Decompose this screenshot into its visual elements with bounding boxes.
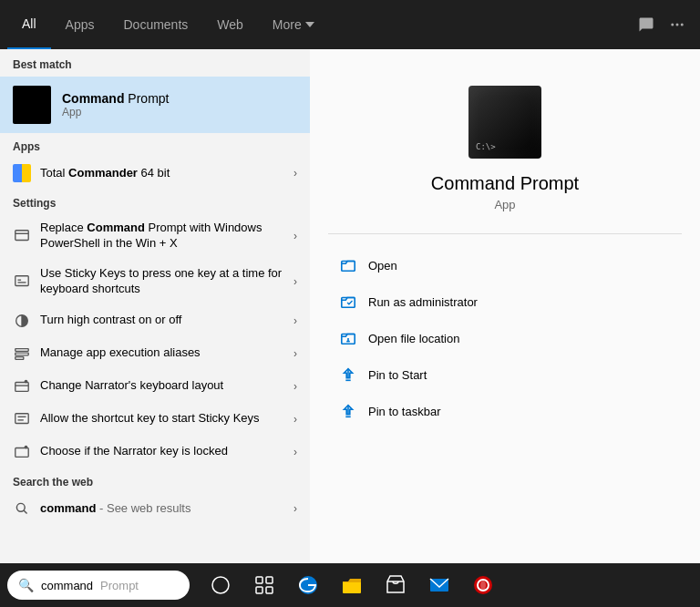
run-admin-icon — [339, 293, 357, 311]
svg-rect-16 — [15, 413, 28, 423]
tab-all[interactable]: All — [7, 0, 51, 49]
web-search-item[interactable]: command - See web results › — [0, 492, 310, 525]
shortcut-sticky-text: Allow the shortcut key to start Sticky K… — [40, 411, 284, 427]
taskbar-search-text: command — [41, 579, 93, 592]
settings-item-narrator-key[interactable]: Choose if the Narrator key is locked › — [0, 436, 310, 468]
best-match-subtitle: App — [62, 106, 169, 118]
action-open-location[interactable]: Open file location — [328, 322, 682, 355]
svg-point-21 — [16, 503, 25, 511]
app-aliases-arrow: › — [293, 347, 297, 360]
sticky-keys-text: Use Sticky Keys to press one key at a ti… — [40, 266, 284, 297]
web-search-text: command - See web results — [40, 501, 284, 515]
taskbar-search[interactable]: 🔍 command Prompt — [7, 571, 190, 600]
web-search-arrow: › — [293, 502, 297, 515]
replace-cmd-icon — [13, 227, 31, 245]
open-icon — [339, 256, 357, 274]
total-commander-text: Total Commander 64 bit — [40, 166, 284, 181]
narrator-key-icon — [13, 443, 31, 461]
taskbar-search-icon: 🔍 — [18, 578, 34, 592]
narrator-keyboard-text: Change Narrator's keyboard layout — [40, 378, 284, 394]
svg-point-15 — [25, 379, 28, 383]
svg-point-34 — [212, 577, 229, 593]
taskbar-search-placeholder: Prompt — [100, 579, 139, 592]
total-commander-arrow: › — [293, 167, 297, 180]
app-aliases-icon — [13, 345, 31, 363]
replace-cmd-arrow: › — [293, 230, 297, 242]
svg-rect-38 — [266, 587, 273, 593]
best-match-title: Command Prompt — [62, 91, 169, 106]
tab-web[interactable]: Web — [202, 0, 258, 49]
more-options-icon[interactable] — [669, 16, 685, 33]
settings-label: Settings — [0, 190, 310, 213]
shortcut-sticky-arrow: › — [293, 413, 297, 426]
action-open[interactable]: Open — [328, 249, 682, 282]
svg-rect-40 — [343, 581, 361, 593]
action-run-admin-label: Run as administrator — [368, 295, 478, 309]
taskbar-icons — [201, 563, 503, 607]
svg-rect-36 — [266, 577, 273, 583]
divider — [328, 233, 682, 234]
right-panel-title: Command Prompt — [431, 173, 579, 194]
web-search-label: Search the web — [0, 468, 310, 492]
svg-rect-23 — [342, 262, 355, 272]
mail-button[interactable] — [419, 563, 459, 607]
narrator-keyboard-icon — [13, 377, 31, 396]
tab-apps[interactable]: Apps — [51, 0, 109, 49]
svg-point-2 — [681, 24, 684, 26]
pin-taskbar-icon — [339, 402, 357, 420]
tab-documents[interactable]: Documents — [108, 0, 202, 49]
feedback-icon[interactable] — [638, 16, 654, 33]
task-view-button[interactable] — [244, 563, 284, 607]
high-contrast-text: Turn high contrast on or off — [40, 313, 284, 328]
svg-rect-35 — [256, 577, 262, 583]
best-match-label: Best match — [0, 49, 310, 77]
best-match-item[interactable]: Command Prompt App — [0, 77, 310, 133]
store-button[interactable] — [376, 563, 416, 607]
shortcut-sticky-icon — [13, 410, 31, 428]
chevron-down-icon — [305, 20, 314, 29]
narrator-key-arrow: › — [293, 446, 297, 458]
file-explorer-button[interactable] — [332, 563, 372, 607]
action-open-location-label: Open file location — [368, 332, 459, 345]
app-aliases-text: Manage app execution aliases — [40, 345, 284, 361]
action-open-label: Open — [368, 259, 397, 273]
tab-more[interactable]: More — [258, 0, 329, 49]
action-run-admin[interactable]: Run as administrator — [328, 285, 682, 318]
settings-item-high-contrast[interactable]: Turn high contrast on or off › — [0, 304, 310, 337]
action-list: Open Run as administrator — [328, 249, 682, 427]
high-contrast-arrow: › — [293, 314, 297, 327]
app-icon-large: C:\> — [468, 86, 541, 159]
action-pin-start-label: Pin to Start — [368, 368, 427, 382]
settings-item-app-aliases[interactable]: Manage app execution aliases › — [0, 337, 310, 370]
opera-button[interactable] — [463, 563, 503, 607]
svg-point-0 — [671, 24, 674, 26]
right-panel: C:\> Command Prompt App Open — [310, 49, 700, 563]
sticky-keys-arrow: › — [293, 275, 297, 288]
settings-item-shortcut-sticky[interactable]: Allow the shortcut key to start Sticky K… — [0, 403, 310, 436]
right-panel-subtitle: App — [494, 198, 515, 211]
action-pin-start[interactable]: Pin to Start — [328, 358, 682, 391]
svg-rect-10 — [15, 348, 28, 351]
narrator-key-text: Choose if the Narrator key is locked — [40, 444, 284, 459]
action-pin-taskbar-label: Pin to taskbar — [368, 405, 441, 418]
main-content: Best match Command Prompt App Apps Total… — [0, 49, 700, 563]
settings-item-replace-cmd[interactable]: Replace Command Prompt with Windows Powe… — [0, 213, 310, 259]
apps-label: Apps — [0, 133, 310, 157]
command-prompt-icon — [13, 86, 51, 124]
web-search-icon — [13, 499, 31, 518]
high-contrast-icon — [13, 312, 31, 330]
svg-line-22 — [24, 510, 27, 514]
pin-start-icon — [339, 365, 357, 384]
svg-rect-5 — [15, 275, 28, 285]
svg-rect-13 — [15, 382, 28, 391]
edge-browser-button[interactable] — [288, 563, 328, 607]
tabs-bar: All Apps Documents Web More — [0, 0, 700, 49]
action-pin-taskbar[interactable]: Pin to taskbar — [328, 395, 682, 427]
svg-rect-37 — [256, 587, 262, 593]
narrator-keyboard-arrow: › — [293, 380, 297, 393]
settings-item-sticky-keys[interactable]: Use Sticky Keys to press one key at a ti… — [0, 259, 310, 304]
total-commander-item[interactable]: Total Commander 64 bit › — [0, 157, 310, 190]
start-button[interactable] — [201, 563, 241, 607]
total-commander-icon — [13, 164, 31, 182]
settings-item-narrator-keyboard[interactable]: Change Narrator's keyboard layout › — [0, 370, 310, 403]
